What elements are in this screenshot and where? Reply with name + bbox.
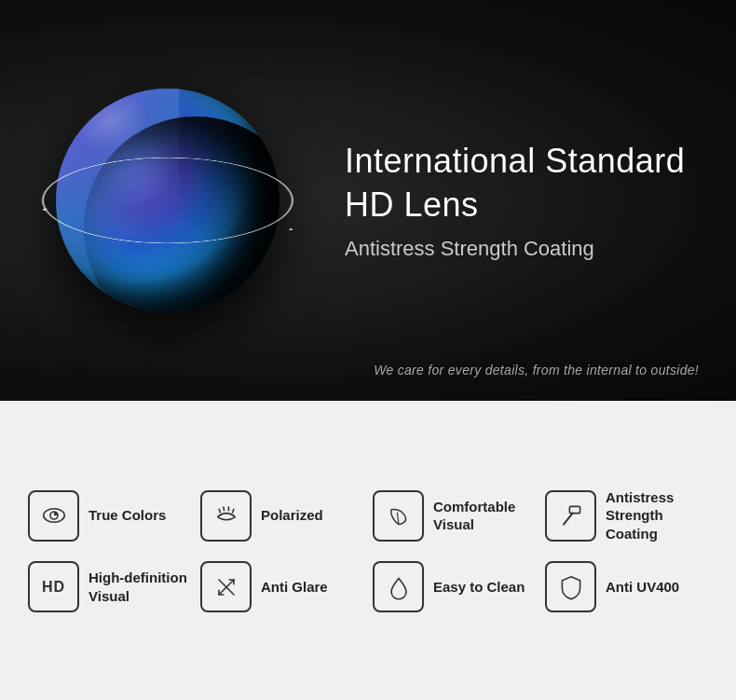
features-section: True Colors Polarized [0, 401, 736, 700]
feature-hd: HD High-definition Visual [28, 561, 191, 612]
hero-text: International Standard HD Lens Antistres… [307, 140, 699, 261]
hero-title: International Standard HD Lens [345, 140, 699, 227]
comfortable-label: Comfortable Visual [433, 498, 536, 534]
hd-label: High-definition Visual [89, 569, 191, 605]
anti-glare-icon-box [200, 561, 252, 612]
shield-icon [556, 572, 586, 602]
anti-uv-icon-box [545, 561, 596, 612]
hd-text: HD [42, 579, 65, 596]
anti-glare-label: Anti Glare [261, 578, 328, 597]
svg-line-4 [223, 506, 224, 511]
hammer-icon [556, 501, 586, 530]
comfortable-icon-box [373, 490, 424, 542]
svg-rect-8 [569, 506, 579, 513]
hero-section: › International Standard HD Lens Antistr… [0, 0, 736, 401]
feature-comfortable: Comfortable Visual [373, 488, 536, 543]
eye-icon [39, 501, 69, 530]
true-colors-label: True Colors [89, 506, 166, 525]
droplet-icon [384, 572, 414, 602]
polarized-label: Polarized [261, 506, 323, 525]
lens-sphere [56, 89, 279, 312]
feature-polarized: Polarized [200, 488, 363, 543]
lens-rim [84, 117, 279, 312]
true-colors-icon-box [28, 490, 79, 542]
feature-anti-glare: Anti Glare [200, 561, 363, 612]
orbit-arrow: › [39, 206, 51, 213]
svg-line-9 [564, 514, 573, 525]
anti-uv-label: Anti UV400 [606, 578, 679, 597]
eyelash-icon [211, 501, 241, 530]
anti-glare-icon [211, 572, 241, 602]
svg-point-2 [54, 513, 56, 515]
hero-subtitle: Antistress Strength Coating [345, 237, 699, 261]
easy-clean-label: Easy to Clean [433, 578, 525, 597]
easy-clean-icon-box [373, 561, 424, 612]
feature-true-colors: True Colors [28, 488, 191, 543]
lens-visual: › [28, 61, 307, 340]
leaf-icon [384, 501, 414, 530]
antistress-label: Antistress Strength Coating [606, 488, 708, 543]
feature-anti-uv: Anti UV400 [545, 561, 708, 612]
features-grid: True Colors Polarized [28, 488, 708, 613]
hero-bottom-note: We care for every details, from the inte… [374, 363, 699, 377]
svg-line-6 [232, 509, 234, 514]
feature-easy-clean: Easy to Clean [373, 561, 536, 612]
antistress-icon-box [545, 490, 596, 542]
polarized-icon-box [200, 490, 252, 542]
svg-line-3 [219, 509, 221, 514]
hd-icon-box: HD [28, 561, 79, 612]
svg-point-0 [43, 509, 63, 522]
feature-antistress: Antistress Strength Coating [545, 488, 708, 543]
